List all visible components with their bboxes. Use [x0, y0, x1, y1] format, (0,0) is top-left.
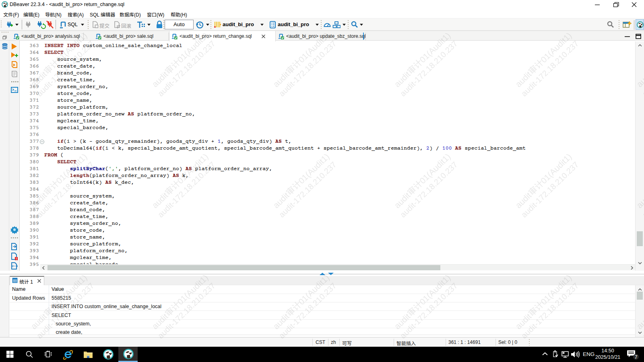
- svg-text:7: 7: [635, 354, 638, 360]
